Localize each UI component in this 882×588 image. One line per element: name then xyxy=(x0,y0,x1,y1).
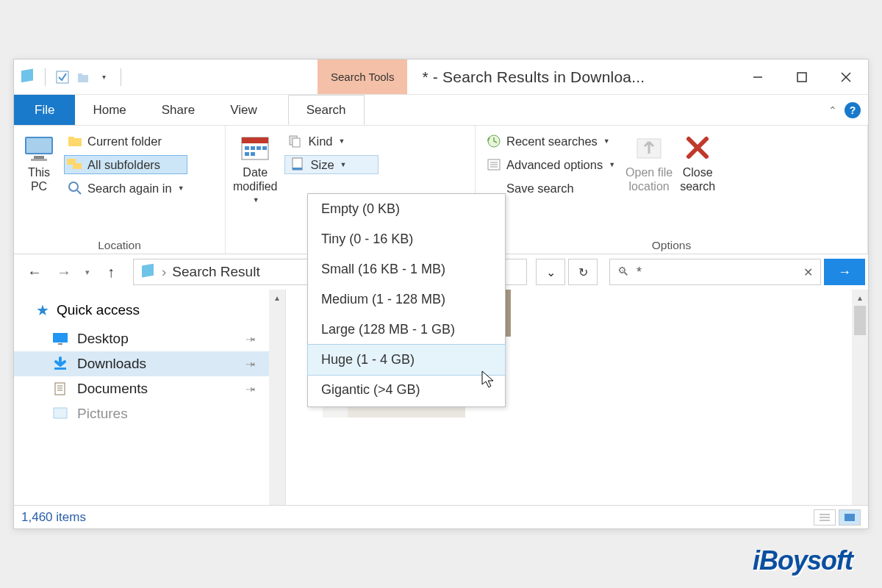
sidebar-item-documents[interactable]: Documents 📌︎ xyxy=(14,376,285,401)
ribbon-tabs: File Home Share View Search ⌃ ? xyxy=(14,95,868,126)
up-button[interactable]: ↑ xyxy=(98,259,124,285)
maximize-button[interactable] xyxy=(780,60,824,94)
pictures-icon xyxy=(52,406,68,421)
quick-access-header[interactable]: ★ Quick access xyxy=(14,294,285,326)
kind-icon xyxy=(287,133,304,149)
svg-rect-9 xyxy=(26,138,51,153)
recent-icon xyxy=(486,133,502,149)
documents-icon xyxy=(52,381,68,396)
sidebar-item-pictures[interactable]: Pictures xyxy=(14,401,285,426)
sidebar-item-desktop[interactable]: Desktop 📌︎ xyxy=(14,326,285,351)
tab-share[interactable]: Share xyxy=(144,95,212,125)
svg-rect-27 xyxy=(293,138,300,147)
mouse-cursor-icon xyxy=(481,370,496,390)
svg-rect-25 xyxy=(251,152,255,156)
qat-customize-icon[interactable]: ▾ xyxy=(96,69,112,85)
subfolders-icon xyxy=(67,157,83,173)
pin-icon: 📌︎ xyxy=(243,381,258,396)
open-file-location-button[interactable]: Open file location xyxy=(625,130,673,193)
group-label-location: Location xyxy=(21,237,218,252)
page-icon xyxy=(290,157,306,173)
close-search-label: Close search xyxy=(680,165,715,193)
this-pc-label: This PC xyxy=(28,165,50,193)
pin-icon: 📌︎ xyxy=(243,331,258,346)
tab-search[interactable]: Search xyxy=(288,95,365,125)
properties-icon[interactable] xyxy=(54,69,71,85)
svg-rect-15 xyxy=(73,163,82,169)
svg-rect-1 xyxy=(57,71,68,83)
refresh-button[interactable]: ↻ xyxy=(568,259,598,285)
details-view-button[interactable] xyxy=(814,509,836,526)
svg-rect-20 xyxy=(245,146,249,150)
tab-view[interactable]: View xyxy=(212,95,275,125)
main-scrollbar[interactable]: ▲ xyxy=(852,290,868,505)
close-search-button[interactable]: Close search xyxy=(680,130,715,193)
svg-rect-38 xyxy=(142,264,154,277)
size-option-small[interactable]: Small (16 KB - 1 MB) xyxy=(308,254,505,284)
help-icon[interactable]: ? xyxy=(845,102,861,118)
chevron-down-icon: ▼ xyxy=(339,137,345,145)
recent-searches-button[interactable]: Recent searches ▼ xyxy=(483,132,618,151)
size-button[interactable]: Size ▼ xyxy=(284,155,378,174)
sidebar-scrollbar[interactable]: ▲ xyxy=(269,290,285,505)
search-go-button[interactable]: → xyxy=(824,259,865,285)
search-input[interactable]: 🔍︎ * ✕ xyxy=(609,259,821,285)
size-option-medium[interactable]: Medium (1 - 128 MB) xyxy=(308,284,505,315)
all-subfolders-button[interactable]: All subfolders xyxy=(64,155,187,174)
contextual-tab-search-tools: Search Tools xyxy=(318,60,407,94)
star-icon: ★ xyxy=(36,301,49,319)
collapse-ribbon-icon[interactable]: ⌃ xyxy=(828,104,837,116)
this-pc-button[interactable]: This PC xyxy=(21,130,57,193)
svg-rect-42 xyxy=(55,383,65,395)
advanced-options-button[interactable]: Advanced options ▼ xyxy=(483,155,618,174)
close-button[interactable] xyxy=(824,60,868,94)
size-option-huge[interactable]: Huge (1 - 4 GB) xyxy=(307,344,506,376)
separator xyxy=(45,68,46,86)
location-icon xyxy=(140,264,156,280)
search-again-in-button[interactable]: Search again in ▼ xyxy=(64,179,187,198)
new-folder-icon[interactable] xyxy=(75,69,91,85)
size-option-large[interactable]: Large (128 MB - 1 GB) xyxy=(308,315,505,345)
sidebar-item-downloads[interactable]: Downloads 📌︎ xyxy=(14,351,285,376)
address-dropdown-button[interactable]: ⌄ xyxy=(536,259,565,285)
pin-icon: 📌︎ xyxy=(243,356,258,371)
svg-rect-21 xyxy=(251,146,255,150)
current-folder-button[interactable]: Current folder xyxy=(64,132,187,151)
minimize-button[interactable] xyxy=(736,60,780,94)
search-icon xyxy=(67,180,83,196)
ribbon-group-location: This PC Current folder All subfolders Se… xyxy=(14,126,226,254)
svg-rect-46 xyxy=(54,408,67,418)
tab-home[interactable]: Home xyxy=(75,95,143,125)
clear-search-icon[interactable]: ✕ xyxy=(803,265,813,279)
svg-rect-5 xyxy=(797,73,806,82)
svg-rect-10 xyxy=(34,156,44,159)
svg-point-16 xyxy=(69,182,78,191)
size-option-empty[interactable]: Empty (0 KB) xyxy=(308,194,505,224)
watermark: iBoysoft xyxy=(753,545,853,576)
svg-line-17 xyxy=(77,190,81,194)
size-option-gigantic[interactable]: Gigantic (>4 GB) xyxy=(308,375,505,405)
tab-file[interactable]: File xyxy=(14,95,75,125)
svg-rect-39 xyxy=(53,333,68,343)
history-dropdown-button[interactable]: ▾ xyxy=(80,259,95,285)
kind-button[interactable]: Kind ▼ xyxy=(284,132,378,151)
svg-rect-2 xyxy=(78,75,88,82)
svg-rect-13 xyxy=(68,137,74,140)
back-button[interactable]: ← xyxy=(21,259,48,285)
svg-rect-3 xyxy=(78,74,82,76)
forward-button[interactable]: → xyxy=(51,259,77,285)
chevron-down-icon: ▼ xyxy=(603,137,610,145)
svg-rect-0 xyxy=(21,68,33,82)
window-controls xyxy=(736,60,868,94)
svg-rect-40 xyxy=(58,343,62,345)
folder-icon xyxy=(67,133,83,149)
search-icon: 🔍︎ xyxy=(617,265,629,279)
breadcrumb-text: Search Result xyxy=(172,264,259,280)
svg-rect-23 xyxy=(262,146,267,150)
size-option-tiny[interactable]: Tiny (0 - 16 KB) xyxy=(308,224,505,254)
group-label-options: Options xyxy=(483,237,860,252)
window-title: * - Search Results in Downloa... xyxy=(407,60,736,94)
thumbnails-view-button[interactable] xyxy=(839,509,861,526)
date-modified-button[interactable]: Date modified▼ xyxy=(233,130,277,204)
monitor-icon xyxy=(21,133,57,162)
